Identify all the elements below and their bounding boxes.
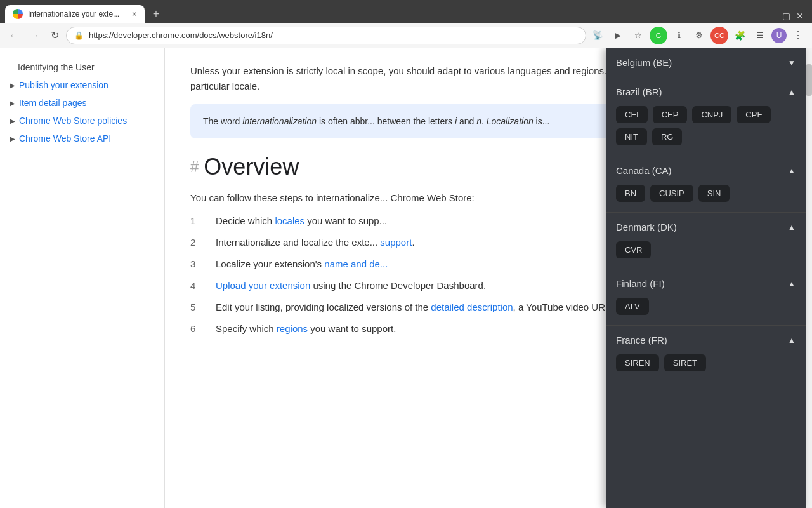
arrow-icon: ▶ bbox=[10, 100, 15, 107]
tab-favicon bbox=[13, 9, 23, 19]
main-scrollbar[interactable] bbox=[806, 48, 812, 508]
chevron-down-icon: ▼ bbox=[788, 58, 796, 67]
window-close-button[interactable]: ✕ bbox=[796, 11, 804, 20]
support-link[interactable]: support bbox=[380, 237, 412, 248]
window-minimize-button[interactable]: – bbox=[768, 11, 776, 20]
back-button[interactable]: ← bbox=[5, 27, 23, 44]
tag-cpf[interactable]: CPF bbox=[737, 106, 771, 123]
popup-section-header-canada[interactable]: Canada (CA) ▲ bbox=[606, 156, 806, 185]
ext4-icon[interactable]: CC bbox=[710, 27, 728, 44]
lock-icon: 🔒 bbox=[74, 31, 84, 40]
popup-section-header-france[interactable]: France (FR) ▲ bbox=[606, 326, 806, 354]
locales-link[interactable]: locales bbox=[275, 215, 304, 226]
info-em-i18n: internationalization bbox=[242, 116, 317, 126]
active-tab[interactable]: Internationalize your exte... × bbox=[5, 5, 145, 23]
popup-section-header-brazil[interactable]: Brazil (BR) ▲ bbox=[606, 77, 806, 106]
sidebar-item-label: Publish your extension bbox=[19, 80, 108, 90]
page: Identifying the User ▶ Publish your exte… bbox=[0, 48, 812, 508]
popup-section-france: France (FR) ▲ SIREN SIRET bbox=[606, 326, 806, 382]
popup-section-brazil: Brazil (BR) ▲ CEI CEP CNPJ CPF NIT RG bbox=[606, 77, 806, 156]
step-content: Localize your extension's name and de... bbox=[216, 257, 388, 272]
tab-close-icon[interactable]: × bbox=[132, 9, 137, 19]
window-controls: – ▢ ✕ bbox=[760, 11, 812, 23]
extensions-button[interactable]: 🧩 bbox=[731, 27, 749, 44]
step-number: 3 bbox=[190, 257, 206, 272]
sidebar-item-label: Chrome Web Store policies bbox=[19, 116, 127, 126]
avatar[interactable]: U bbox=[771, 28, 787, 43]
sidebar-item-item-detail[interactable]: ▶ Item detail pages bbox=[0, 94, 164, 112]
tag-cep[interactable]: CEP bbox=[653, 106, 688, 123]
popup-section-title: Belgium (BE) bbox=[616, 57, 672, 68]
ext3-icon[interactable]: ⚙ bbox=[690, 27, 708, 44]
tag-alv[interactable]: ALV bbox=[616, 298, 649, 315]
window-maximize-button[interactable]: ▢ bbox=[782, 11, 790, 20]
cast-icon[interactable]: 📡 bbox=[589, 27, 606, 44]
popup-panel: Belgium (BE) ▼ Brazil (BR) ▲ CEI CEP CNP… bbox=[606, 48, 806, 508]
name-desc-link[interactable]: name and de... bbox=[324, 258, 388, 269]
tag-cusip[interactable]: CUSIP bbox=[650, 185, 693, 202]
arrow-icon: ▶ bbox=[10, 82, 15, 89]
popup-section-belgium: Belgium (BE) ▼ bbox=[606, 48, 806, 77]
overview-title: Overview bbox=[204, 154, 299, 180]
popup-section-title: Finland (FI) bbox=[616, 278, 665, 289]
tag-bn[interactable]: BN bbox=[616, 185, 645, 202]
popup-section-header-finland[interactable]: Finland (FI) ▲ bbox=[606, 269, 806, 298]
reload-button[interactable]: ↻ bbox=[46, 27, 63, 44]
sidebar-item-cws-api[interactable]: ▶ Chrome Web Store API bbox=[0, 130, 164, 147]
browser-chrome: Internationalize your exte... × + – ▢ ✕ … bbox=[0, 0, 812, 48]
hash-link[interactable]: # bbox=[190, 158, 199, 176]
step-number: 6 bbox=[190, 321, 206, 337]
popup-tags-france: SIREN SIRET bbox=[606, 354, 806, 382]
tag-siren[interactable]: SIREN bbox=[616, 354, 659, 371]
popup-section-canada: Canada (CA) ▲ BN CUSIP SIN bbox=[606, 156, 806, 213]
tag-rg[interactable]: RG bbox=[652, 128, 683, 145]
step-number: 4 bbox=[190, 278, 206, 293]
regions-link[interactable]: regions bbox=[277, 323, 308, 334]
chevron-up-icon: ▲ bbox=[788, 279, 796, 288]
popup-section-denmark: Denmark (DK) ▲ CVR bbox=[606, 213, 806, 269]
sidebar-item-publish[interactable]: ▶ Publish your extension bbox=[0, 76, 164, 94]
tag-siret[interactable]: SIRET bbox=[664, 354, 706, 371]
ext1-icon[interactable]: G bbox=[650, 27, 667, 44]
popup-section-finland: Finland (FI) ▲ ALV bbox=[606, 269, 806, 326]
menu-button[interactable]: ⋮ bbox=[789, 27, 807, 44]
sidebar-item-label: Item detail pages bbox=[19, 98, 87, 108]
forward-button[interactable]: → bbox=[25, 27, 43, 44]
address-bar[interactable]: 🔒 https://developer.chrome.com/docs/webs… bbox=[66, 27, 586, 44]
bookmark-icon[interactable]: ☆ bbox=[629, 27, 647, 44]
new-tab-button[interactable]: + bbox=[147, 5, 165, 23]
main-scrollbar-thumb[interactable] bbox=[806, 64, 812, 96]
sidebar-item-label: Chrome Web Store API bbox=[19, 133, 111, 144]
media-icon[interactable]: ▶ bbox=[609, 27, 627, 44]
ext5-icon[interactable]: ☰ bbox=[751, 27, 769, 44]
sidebar-item-cws-policies[interactable]: ▶ Chrome Web Store policies bbox=[0, 112, 164, 130]
chevron-up-icon: ▲ bbox=[788, 223, 796, 232]
upload-link[interactable]: Upload your extension bbox=[216, 280, 310, 291]
tag-cvr[interactable]: CVR bbox=[616, 241, 651, 258]
tag-cei[interactable]: CEI bbox=[616, 106, 648, 123]
popup-section-title: Brazil (BR) bbox=[616, 86, 662, 97]
arrow-icon: ▶ bbox=[10, 135, 15, 142]
step-content: Upload your extension using the Chrome D… bbox=[216, 278, 486, 293]
step-content: Decide which locales you want to supp... bbox=[216, 213, 387, 229]
tab-bar: Internationalize your exte... × + – ▢ ✕ bbox=[0, 0, 812, 23]
toolbar: ← → ↻ 🔒 https://developer.chrome.com/doc… bbox=[0, 23, 812, 48]
step-number: 1 bbox=[190, 213, 206, 229]
step-content: Internationalize and localize the exte..… bbox=[216, 235, 415, 250]
popup-section-title: Denmark (DK) bbox=[616, 222, 677, 232]
popup-section-title: Canada (CA) bbox=[616, 165, 672, 176]
sidebar-item-identifying-user[interactable]: Identifying the User bbox=[0, 58, 164, 76]
popup-section-header-denmark[interactable]: Denmark (DK) ▲ bbox=[606, 213, 806, 241]
popup-section-title: France (FR) bbox=[616, 335, 667, 345]
tag-nit[interactable]: NIT bbox=[616, 128, 647, 145]
chevron-up-icon: ▲ bbox=[788, 88, 796, 97]
ext2-icon[interactable]: ℹ bbox=[670, 27, 688, 44]
popup-tags-brazil: CEI CEP CNPJ CPF NIT RG bbox=[606, 106, 806, 156]
tag-sin[interactable]: SIN bbox=[698, 185, 730, 202]
chevron-up-icon: ▲ bbox=[788, 166, 796, 175]
detailed-desc-link[interactable]: detailed description bbox=[431, 302, 513, 312]
tag-cnpj[interactable]: CNPJ bbox=[692, 106, 731, 123]
popup-section-header-belgium[interactable]: Belgium (BE) ▼ bbox=[606, 48, 806, 77]
popup-tags-finland: ALV bbox=[606, 298, 806, 325]
chevron-up-icon: ▲ bbox=[788, 336, 796, 345]
